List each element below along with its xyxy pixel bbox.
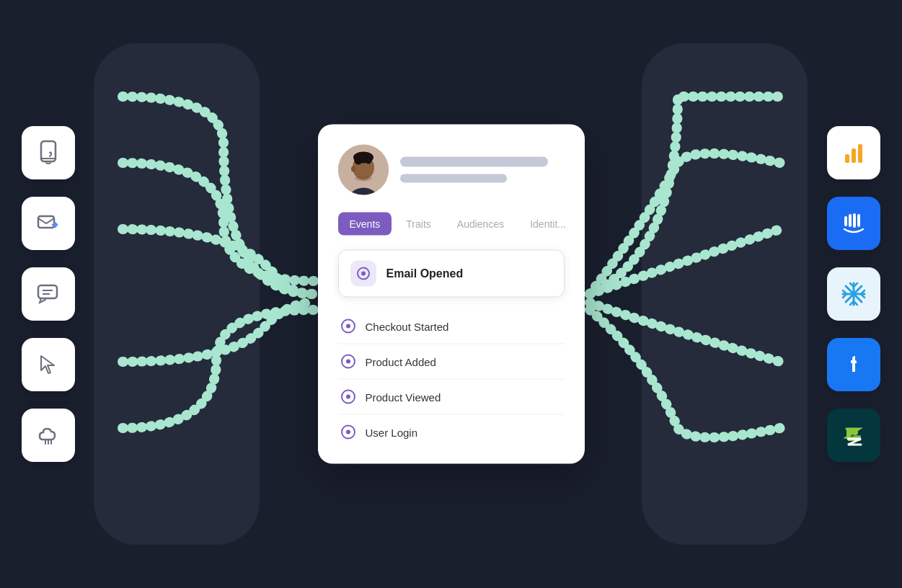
svg-rect-11 bbox=[858, 144, 862, 163]
email-opened-row[interactable]: Email Opened bbox=[338, 250, 565, 298]
event-label-checkout: Checkout Started bbox=[366, 320, 449, 332]
svg-point-37 bbox=[361, 272, 366, 276]
svg-point-33 bbox=[365, 154, 372, 164]
svg-rect-10 bbox=[852, 148, 856, 163]
events-list: Checkout Started Product Added Product V… bbox=[338, 309, 565, 450]
profile-section bbox=[338, 145, 565, 195]
svg-rect-2 bbox=[642, 43, 808, 545]
svg-rect-12 bbox=[844, 216, 847, 226]
facebook-icon[interactable] bbox=[827, 338, 880, 391]
svg-point-34 bbox=[351, 166, 355, 172]
svg-rect-14 bbox=[853, 213, 856, 228]
email-forward-icon[interactable] bbox=[22, 197, 75, 250]
cursor-icon[interactable] bbox=[22, 338, 75, 391]
tab-identity[interactable]: Identit... bbox=[518, 213, 578, 236]
message-icon[interactable] bbox=[22, 267, 75, 321]
svg-rect-1 bbox=[94, 43, 260, 545]
email-opened-icon-wrap bbox=[350, 261, 376, 287]
cloud-icon[interactable] bbox=[22, 409, 75, 462]
profile-email-placeholder bbox=[400, 174, 507, 183]
center-card: Events Traits Audiences Identit... Email… bbox=[318, 125, 585, 464]
email-opened-label: Email Opened bbox=[386, 267, 464, 280]
mobile-touch-icon[interactable] bbox=[22, 126, 75, 179]
event-label-user-login: User Login bbox=[366, 426, 418, 438]
svg-rect-15 bbox=[857, 214, 860, 227]
profile-lines bbox=[400, 157, 565, 183]
analytics-icon[interactable] bbox=[827, 126, 880, 179]
event-row-user-login[interactable]: User Login bbox=[338, 415, 565, 450]
svg-point-35 bbox=[355, 176, 372, 182]
snowflake-icon[interactable] bbox=[827, 267, 880, 321]
intercom-icon[interactable] bbox=[827, 197, 880, 250]
event-label-product-viewed: Product Viewed bbox=[366, 391, 441, 403]
svg-rect-13 bbox=[849, 214, 852, 227]
svg-point-32 bbox=[354, 153, 363, 165]
profile-name-placeholder bbox=[400, 157, 548, 167]
event-row-checkout[interactable]: Checkout Started bbox=[338, 309, 565, 344]
zendesk-icon[interactable] bbox=[827, 409, 880, 462]
event-dot-user-login bbox=[341, 425, 355, 440]
event-dot-product-added bbox=[341, 355, 355, 369]
svg-rect-9 bbox=[845, 154, 849, 163]
event-label-product-added: Product Added bbox=[366, 355, 436, 368]
tab-traits[interactable]: Traits bbox=[394, 213, 442, 236]
tab-events[interactable]: Events bbox=[338, 213, 392, 236]
event-dot-product-viewed bbox=[341, 390, 355, 404]
avatar bbox=[338, 145, 389, 195]
right-icons-container bbox=[827, 126, 880, 462]
svg-rect-5 bbox=[38, 216, 54, 228]
scene: Events Traits Audiences Identit... Email… bbox=[0, 0, 902, 588]
tab-audiences[interactable]: Audiences bbox=[446, 213, 516, 236]
event-row-product-added[interactable]: Product Added bbox=[338, 344, 565, 380]
left-icons-container bbox=[22, 126, 75, 462]
event-dot-checkout bbox=[341, 319, 355, 334]
svg-rect-6 bbox=[38, 285, 57, 298]
tabs-row: Events Traits Audiences Identit... bbox=[338, 213, 565, 236]
event-row-product-viewed[interactable]: Product Viewed bbox=[338, 380, 565, 415]
